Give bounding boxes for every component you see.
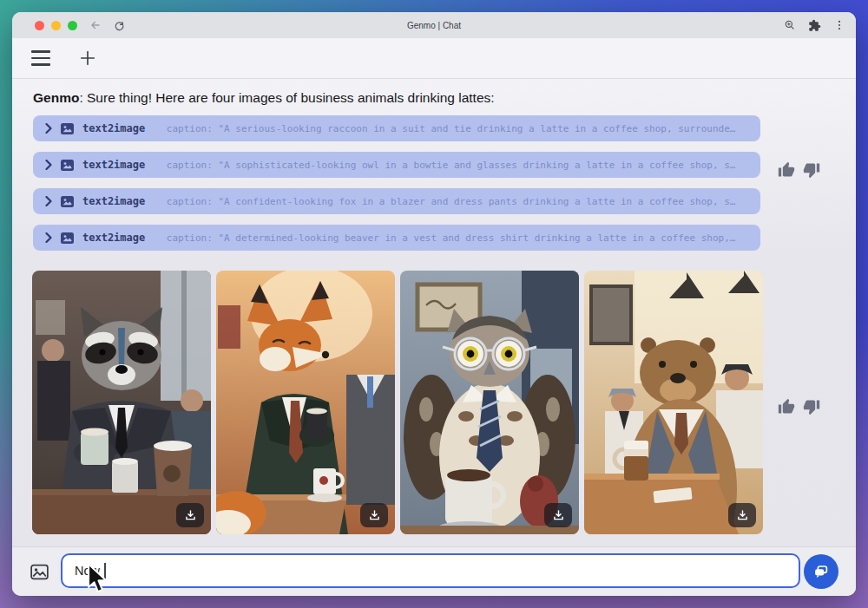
download-image-button[interactable] bbox=[176, 503, 204, 527]
thumbs-up-icon bbox=[778, 398, 795, 415]
message-text: : Sure thing! Here are four images of bu… bbox=[79, 90, 494, 105]
genmo-chat-icon bbox=[812, 562, 831, 581]
image-tool-icon bbox=[61, 160, 74, 171]
puzzle-piece-icon bbox=[808, 19, 821, 32]
chevron-right-icon bbox=[45, 196, 52, 206]
image-tool-icon bbox=[61, 196, 74, 207]
download-image-button[interactable] bbox=[728, 503, 756, 527]
extensions-button[interactable] bbox=[808, 19, 821, 32]
thumbs-up-icon bbox=[778, 161, 795, 179]
sender-name: Genmo bbox=[33, 90, 79, 105]
download-icon bbox=[551, 508, 566, 523]
thumbs-down-icon bbox=[803, 398, 820, 415]
tool-name: text2image bbox=[82, 195, 145, 207]
minimize-window-button[interactable] bbox=[51, 21, 61, 30]
desktop-background: Genmo | Chat bbox=[0, 0, 868, 608]
chat-scroll-area: Genmo: Sure thing! Here are four images … bbox=[12, 79, 856, 546]
assistant-message: Genmo: Sure thing! Here are four images … bbox=[33, 90, 495, 106]
back-arrow-icon bbox=[89, 19, 102, 31]
browser-window: Genmo | Chat bbox=[12, 12, 856, 596]
new-chat-button[interactable] bbox=[78, 49, 97, 68]
beaver-latte-illustration bbox=[584, 271, 763, 534]
thumbs-down-button[interactable] bbox=[803, 398, 820, 415]
tool-caption: caption: "A determined-looking beaver in… bbox=[154, 232, 748, 244]
download-icon bbox=[735, 508, 750, 523]
chevron-right-icon bbox=[45, 232, 52, 243]
feedback-buttons-toolcalls bbox=[778, 161, 820, 179]
tool-name: text2image bbox=[82, 122, 145, 134]
download-icon bbox=[183, 508, 198, 523]
feedback-buttons-images bbox=[778, 398, 820, 415]
zoom-page-button[interactable] bbox=[784, 19, 796, 31]
magnifier-zoom-icon bbox=[784, 19, 796, 31]
thumbs-up-button[interactable] bbox=[778, 161, 795, 179]
send-button[interactable] bbox=[804, 554, 838, 589]
tool-caption: caption: "A serious-looking raccoon in a… bbox=[154, 123, 748, 134]
chevron-right-icon bbox=[45, 160, 52, 170]
download-image-button[interactable] bbox=[544, 503, 572, 527]
browser-titlebar: Genmo | Chat bbox=[12, 12, 856, 38]
kebab-menu-icon bbox=[833, 19, 845, 31]
maximize-window-button[interactable] bbox=[68, 21, 77, 30]
tool-caption: caption: "A confident-looking fox in a b… bbox=[154, 196, 748, 207]
menu-button[interactable] bbox=[31, 50, 50, 65]
plus-icon bbox=[78, 49, 97, 68]
app-toolbar bbox=[12, 38, 856, 79]
traffic-lights bbox=[35, 21, 77, 30]
tool-call-row-owl[interactable]: text2image caption: "A sophisticated-loo… bbox=[33, 152, 760, 178]
input-text: Now bbox=[75, 564, 100, 578]
page-title: Genmo | Chat bbox=[12, 21, 856, 30]
generated-image-beaver[interactable] bbox=[584, 271, 763, 534]
reload-button[interactable] bbox=[114, 20, 125, 31]
download-image-button[interactable] bbox=[360, 503, 388, 527]
generated-image-fox[interactable] bbox=[216, 271, 395, 534]
generated-images-row bbox=[32, 271, 763, 534]
tool-call-row-raccoon[interactable]: text2image caption: "A serious-looking r… bbox=[33, 115, 760, 141]
thumbs-down-button[interactable] bbox=[803, 161, 820, 179]
tool-name: text2image bbox=[82, 232, 145, 244]
image-tool-icon bbox=[61, 123, 74, 134]
chevron-right-icon bbox=[45, 123, 52, 134]
hamburger-icon bbox=[31, 50, 50, 52]
generated-image-owl[interactable] bbox=[400, 271, 579, 534]
browser-menu-button[interactable] bbox=[833, 19, 845, 31]
reload-icon bbox=[114, 20, 125, 31]
download-icon bbox=[367, 508, 382, 523]
thumbs-up-button[interactable] bbox=[778, 398, 795, 415]
tool-name: text2image bbox=[82, 159, 145, 171]
image-tool-icon bbox=[61, 232, 74, 244]
thumbs-down-icon bbox=[803, 161, 820, 179]
fox-latte-illustration bbox=[216, 271, 395, 534]
composer-bar: Now bbox=[12, 546, 856, 596]
owl-latte-illustration bbox=[400, 271, 579, 534]
back-button[interactable] bbox=[89, 19, 102, 31]
generated-image-raccoon[interactable] bbox=[32, 271, 211, 534]
raccoon-latte-illustration bbox=[32, 271, 211, 534]
picture-icon bbox=[29, 561, 50, 583]
message-input[interactable]: Now bbox=[61, 553, 800, 588]
attach-image-button[interactable] bbox=[29, 561, 50, 583]
tool-call-row-fox[interactable]: text2image caption: "A confident-looking… bbox=[33, 188, 760, 214]
text-caret bbox=[104, 563, 106, 579]
tool-call-row-beaver[interactable]: text2image caption: "A determined-lookin… bbox=[33, 225, 760, 251]
tool-caption: caption: "A sophisticated-looking owl in… bbox=[154, 160, 748, 171]
close-window-button[interactable] bbox=[35, 21, 44, 30]
